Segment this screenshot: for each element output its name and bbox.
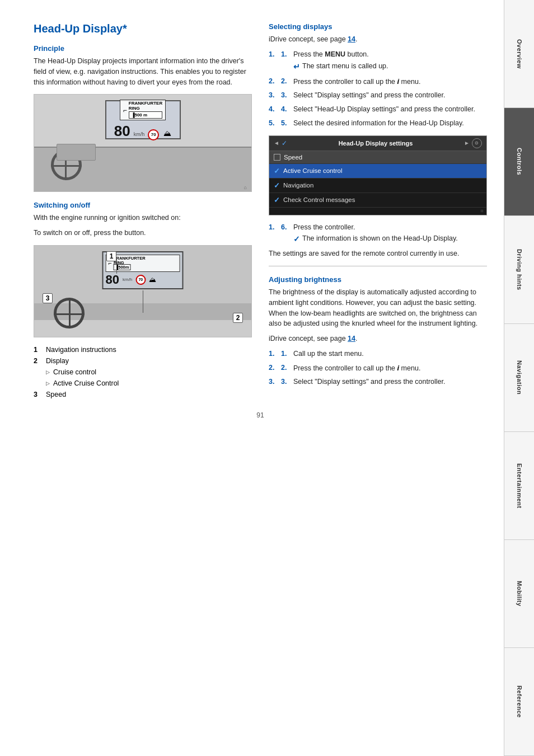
sidebar-tab-navigation[interactable]: Navigation xyxy=(504,324,534,432)
menu-navigation[interactable]: ✓ Navigation xyxy=(269,179,486,193)
item-2-num: 2 xyxy=(34,355,41,367)
callout-2: 2 xyxy=(233,313,243,323)
i-menu-icon: i xyxy=(397,76,400,87)
selecting-idrive: iDrive concept, see page 14. xyxy=(269,34,487,45)
next-arrow: ► xyxy=(464,140,470,146)
item-3-num: 3 xyxy=(34,389,41,400)
step-6-result-text: The information is shown on the Head-Up … xyxy=(302,233,458,244)
check-control-label: Check Control messages xyxy=(283,196,355,203)
active-cruise-check: ✓ xyxy=(274,167,280,175)
step6-list: 6. Press the controller. ✓ The informati… xyxy=(269,222,487,246)
saved-text: The settings are saved for the remote co… xyxy=(269,248,487,259)
adjust-step-3-text: Select "Display settings" and press the … xyxy=(293,377,487,387)
sidebar-reference-label: Reference xyxy=(516,685,523,718)
switching-title: Switching on/off xyxy=(34,201,252,209)
sidebar-mobility-label: Mobility xyxy=(516,581,523,607)
adjust-step-2: 2. Press the controller to call up the i… xyxy=(269,363,487,374)
selecting-page-link[interactable]: 14 xyxy=(348,35,355,43)
sidebar-driving-hints-label: Driving hints xyxy=(516,249,523,290)
sub-item-active-cruise-label: Active Cruise Control xyxy=(53,378,119,389)
hud-frame: ⌐ FRANKFURTERRING ▐500 m 80 km/h 70 xyxy=(105,100,181,139)
prev-arrow: ◄ xyxy=(274,140,279,146)
menu-active-cruise[interactable]: ✓ Active Cruise control xyxy=(269,164,486,179)
sidebar-tab-entertainment[interactable]: Entertainment xyxy=(504,432,534,540)
diagram1-caption: ⌂ xyxy=(244,185,249,190)
step-6-check-icon: ✓ xyxy=(293,233,300,245)
item-1-num: 1 xyxy=(34,344,41,355)
adjusting-text1: The brightness of the display is automat… xyxy=(269,287,487,329)
navigation-label: Navigation xyxy=(283,182,313,189)
item-2-label: Display xyxy=(46,355,69,367)
sidebar-tab-mobility[interactable]: Mobility xyxy=(504,540,534,648)
item-1-label: Navigation instructions xyxy=(46,344,116,355)
sidebar-tab-reference[interactable]: Reference xyxy=(504,648,534,756)
adjusting-steps: 1. Call up the start menu. 2. Press the … xyxy=(269,349,487,387)
speed-limit-icon: 70 xyxy=(148,129,159,140)
i-menu-icon-2: i xyxy=(397,363,400,374)
callout-3: 3 xyxy=(43,293,53,303)
numbered-hud-diagram: ⌐ FRANKFURTERRING ▐500m 80 km/h 70 ⛰ xyxy=(34,245,252,337)
menu-check-control[interactable]: ✓ Check Control messages xyxy=(269,193,486,208)
page-number: 91 xyxy=(34,411,487,419)
sub-item-active-cruise: Active Cruise Control xyxy=(46,378,119,389)
sidebar-navigation-label: Navigation xyxy=(516,360,523,395)
step-4: 4. Select "Head-Up Display settings" and… xyxy=(269,104,487,115)
sidebar-tab-controls[interactable]: Controls xyxy=(504,108,534,216)
adjusting-page-link[interactable]: 14 xyxy=(348,335,355,342)
sidebar-tab-overview[interactable]: Overview xyxy=(504,0,534,108)
distance-indicator: ▐500 m xyxy=(129,111,162,119)
selecting-steps: 1. Press the MENU button. ↵ The start me… xyxy=(269,49,487,129)
hud-diagram: ⌐ FRANKFURTERRING ▐500 m 80 km/h 70 xyxy=(34,94,252,192)
callout-1: 1 xyxy=(106,251,116,261)
step-6: 6. Press the controller. ✓ The informati… xyxy=(269,222,487,246)
nav-sign: ⌐ FRANKFURTERRING ▐500 m xyxy=(120,100,166,121)
page-title: Head-Up Display* xyxy=(34,22,252,35)
sidebar-controls-label: Controls xyxy=(516,148,523,175)
numbered-items-list: 1 Navigation instructions 2 Display Crui… xyxy=(34,344,252,400)
step-3: 3. Select "Display settings" and press t… xyxy=(269,90,487,101)
sidebar: Overview Controls Driving hints Navigati… xyxy=(504,0,534,756)
adjust-step-1: 1. Call up the start menu. xyxy=(269,349,487,359)
adjusting-idrive: iDrive concept, see page 14. xyxy=(269,334,487,344)
speed-checkbox[interactable] xyxy=(274,154,280,161)
sub-item-cruise: Cruise control xyxy=(46,367,119,378)
list-item-3: 3 Speed xyxy=(34,389,252,400)
selecting-title: Selecting displays xyxy=(269,22,487,31)
divider xyxy=(269,266,487,266)
switching-text1: With the engine running or ignition swit… xyxy=(34,213,252,223)
speed-unit: km/h xyxy=(134,132,145,137)
sidebar-tab-driving-hints[interactable]: Driving hints xyxy=(504,216,534,324)
step-1-result: ↵ The start menu is called up. xyxy=(293,61,487,73)
list-item-1: 1 Navigation instructions xyxy=(34,344,252,355)
step-6-text: Press the controller. xyxy=(293,223,355,231)
speed-label: Speed xyxy=(284,154,302,161)
adjust-step-2-text: Press the controller to call up the i me… xyxy=(293,363,487,374)
screenshot-header: ◄ ✓ Head-Up Display settings ► ⊙ xyxy=(269,136,486,151)
menu-speed[interactable]: Speed xyxy=(269,151,486,164)
navigation-check: ✓ xyxy=(274,181,280,190)
settings-icon: ⊙ xyxy=(472,138,482,148)
speed-display: 80 xyxy=(114,123,130,140)
step-1-result-text: The start menu is called up. xyxy=(302,61,388,72)
header-right: ► ⊙ xyxy=(464,138,482,148)
sub-item-cruise-label: Cruise control xyxy=(53,367,96,378)
adjust-step-3: 3. Select "Display settings" and press t… xyxy=(269,377,487,387)
menu-button-label: MENU xyxy=(325,50,345,58)
sidebar-entertainment-label: Entertainment xyxy=(516,463,523,508)
switching-text2: To switch on or off, press the button. xyxy=(34,228,252,238)
screenshot-watermark: ⌑ xyxy=(269,208,486,215)
step-2: 2. Press the controller to call up the i… xyxy=(269,76,487,87)
step-5: 5. Select the desired information for th… xyxy=(269,118,487,129)
sidebar-overview-label: Overview xyxy=(516,39,523,69)
adjust-step-1-text: Call up the start menu. xyxy=(293,349,487,359)
check-control-check: ✓ xyxy=(274,196,280,204)
checkmark-icon: ✓ xyxy=(282,139,287,147)
adjusting-title: Adjusting brightness xyxy=(269,275,487,284)
item-3-label: Speed xyxy=(46,389,66,400)
step-6-result: ✓ The information is shown on the Head-U… xyxy=(293,233,487,245)
list-item-2: 2 Display Cruise control Active Cruise C… xyxy=(34,355,252,389)
screenshot-title: Head-Up Display settings xyxy=(339,140,413,147)
principle-title: Principle xyxy=(34,44,252,53)
principle-text: The Head-Up Display projects important i… xyxy=(34,56,252,87)
hud-settings-screenshot: ◄ ✓ Head-Up Display settings ► ⊙ xyxy=(269,135,487,215)
